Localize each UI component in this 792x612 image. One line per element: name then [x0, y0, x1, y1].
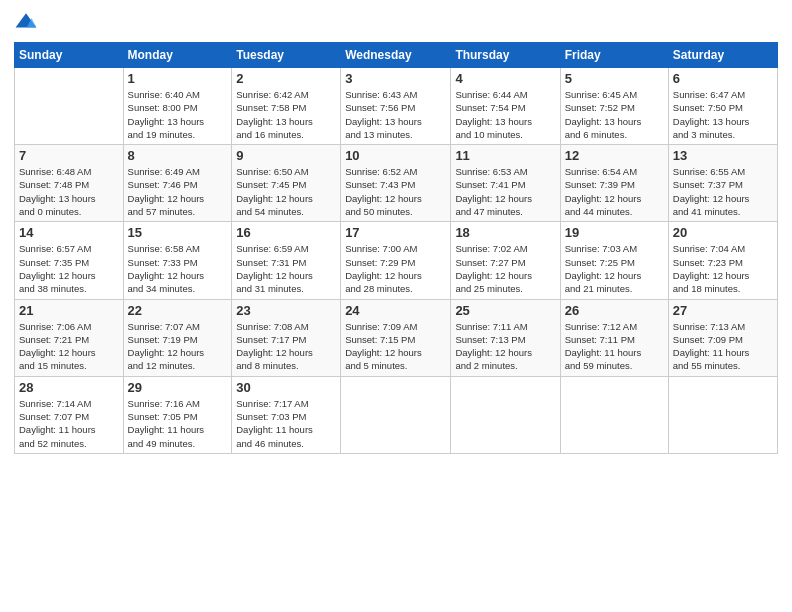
day-cell: 25Sunrise: 7:11 AM Sunset: 7:13 PM Dayli… — [451, 299, 560, 376]
day-number: 3 — [345, 71, 446, 86]
day-cell: 21Sunrise: 7:06 AM Sunset: 7:21 PM Dayli… — [15, 299, 124, 376]
day-cell: 20Sunrise: 7:04 AM Sunset: 7:23 PM Dayli… — [668, 222, 777, 299]
day-cell: 27Sunrise: 7:13 AM Sunset: 7:09 PM Dayli… — [668, 299, 777, 376]
day-number: 29 — [128, 380, 228, 395]
day-info: Sunrise: 7:09 AM Sunset: 7:15 PM Dayligh… — [345, 320, 446, 373]
day-info: Sunrise: 6:55 AM Sunset: 7:37 PM Dayligh… — [673, 165, 773, 218]
day-number: 10 — [345, 148, 446, 163]
weekday-header-wednesday: Wednesday — [341, 43, 451, 68]
day-info: Sunrise: 6:53 AM Sunset: 7:41 PM Dayligh… — [455, 165, 555, 218]
day-info: Sunrise: 6:47 AM Sunset: 7:50 PM Dayligh… — [673, 88, 773, 141]
day-cell: 4Sunrise: 6:44 AM Sunset: 7:54 PM Daylig… — [451, 68, 560, 145]
weekday-header-saturday: Saturday — [668, 43, 777, 68]
day-cell: 28Sunrise: 7:14 AM Sunset: 7:07 PM Dayli… — [15, 376, 124, 453]
day-number: 25 — [455, 303, 555, 318]
day-number: 1 — [128, 71, 228, 86]
day-number: 13 — [673, 148, 773, 163]
header — [14, 10, 778, 34]
day-cell: 24Sunrise: 7:09 AM Sunset: 7:15 PM Dayli… — [341, 299, 451, 376]
day-info: Sunrise: 6:57 AM Sunset: 7:35 PM Dayligh… — [19, 242, 119, 295]
day-cell — [560, 376, 668, 453]
day-cell: 19Sunrise: 7:03 AM Sunset: 7:25 PM Dayli… — [560, 222, 668, 299]
day-cell: 2Sunrise: 6:42 AM Sunset: 7:58 PM Daylig… — [232, 68, 341, 145]
day-cell: 30Sunrise: 7:17 AM Sunset: 7:03 PM Dayli… — [232, 376, 341, 453]
day-cell: 9Sunrise: 6:50 AM Sunset: 7:45 PM Daylig… — [232, 145, 341, 222]
day-cell: 7Sunrise: 6:48 AM Sunset: 7:48 PM Daylig… — [15, 145, 124, 222]
day-cell: 18Sunrise: 7:02 AM Sunset: 7:27 PM Dayli… — [451, 222, 560, 299]
day-number: 8 — [128, 148, 228, 163]
day-info: Sunrise: 6:54 AM Sunset: 7:39 PM Dayligh… — [565, 165, 664, 218]
day-info: Sunrise: 7:12 AM Sunset: 7:11 PM Dayligh… — [565, 320, 664, 373]
day-info: Sunrise: 6:52 AM Sunset: 7:43 PM Dayligh… — [345, 165, 446, 218]
day-cell: 22Sunrise: 7:07 AM Sunset: 7:19 PM Dayli… — [123, 299, 232, 376]
day-cell — [668, 376, 777, 453]
day-cell: 14Sunrise: 6:57 AM Sunset: 7:35 PM Dayli… — [15, 222, 124, 299]
day-info: Sunrise: 6:49 AM Sunset: 7:46 PM Dayligh… — [128, 165, 228, 218]
day-info: Sunrise: 6:44 AM Sunset: 7:54 PM Dayligh… — [455, 88, 555, 141]
day-info: Sunrise: 7:13 AM Sunset: 7:09 PM Dayligh… — [673, 320, 773, 373]
weekday-header-row: SundayMondayTuesdayWednesdayThursdayFrid… — [15, 43, 778, 68]
weekday-header-monday: Monday — [123, 43, 232, 68]
day-info: Sunrise: 7:07 AM Sunset: 7:19 PM Dayligh… — [128, 320, 228, 373]
day-cell: 15Sunrise: 6:58 AM Sunset: 7:33 PM Dayli… — [123, 222, 232, 299]
day-number: 15 — [128, 225, 228, 240]
day-number: 16 — [236, 225, 336, 240]
day-cell: 29Sunrise: 7:16 AM Sunset: 7:05 PM Dayli… — [123, 376, 232, 453]
day-number: 23 — [236, 303, 336, 318]
day-number: 5 — [565, 71, 664, 86]
day-number: 22 — [128, 303, 228, 318]
day-number: 14 — [19, 225, 119, 240]
day-info: Sunrise: 6:50 AM Sunset: 7:45 PM Dayligh… — [236, 165, 336, 218]
day-cell: 16Sunrise: 6:59 AM Sunset: 7:31 PM Dayli… — [232, 222, 341, 299]
day-info: Sunrise: 6:48 AM Sunset: 7:48 PM Dayligh… — [19, 165, 119, 218]
day-cell — [451, 376, 560, 453]
day-number: 27 — [673, 303, 773, 318]
week-row-2: 14Sunrise: 6:57 AM Sunset: 7:35 PM Dayli… — [15, 222, 778, 299]
day-info: Sunrise: 7:11 AM Sunset: 7:13 PM Dayligh… — [455, 320, 555, 373]
day-info: Sunrise: 6:43 AM Sunset: 7:56 PM Dayligh… — [345, 88, 446, 141]
calendar: SundayMondayTuesdayWednesdayThursdayFrid… — [14, 42, 778, 454]
day-cell: 6Sunrise: 6:47 AM Sunset: 7:50 PM Daylig… — [668, 68, 777, 145]
day-cell — [15, 68, 124, 145]
day-info: Sunrise: 7:14 AM Sunset: 7:07 PM Dayligh… — [19, 397, 119, 450]
weekday-header-sunday: Sunday — [15, 43, 124, 68]
day-number: 4 — [455, 71, 555, 86]
day-number: 24 — [345, 303, 446, 318]
day-number: 19 — [565, 225, 664, 240]
day-cell: 11Sunrise: 6:53 AM Sunset: 7:41 PM Dayli… — [451, 145, 560, 222]
weekday-header-tuesday: Tuesday — [232, 43, 341, 68]
day-info: Sunrise: 7:00 AM Sunset: 7:29 PM Dayligh… — [345, 242, 446, 295]
day-number: 6 — [673, 71, 773, 86]
week-row-4: 28Sunrise: 7:14 AM Sunset: 7:07 PM Dayli… — [15, 376, 778, 453]
day-info: Sunrise: 6:45 AM Sunset: 7:52 PM Dayligh… — [565, 88, 664, 141]
day-cell: 3Sunrise: 6:43 AM Sunset: 7:56 PM Daylig… — [341, 68, 451, 145]
day-number: 9 — [236, 148, 336, 163]
day-cell: 12Sunrise: 6:54 AM Sunset: 7:39 PM Dayli… — [560, 145, 668, 222]
day-number: 12 — [565, 148, 664, 163]
day-info: Sunrise: 6:58 AM Sunset: 7:33 PM Dayligh… — [128, 242, 228, 295]
day-number: 21 — [19, 303, 119, 318]
day-number: 30 — [236, 380, 336, 395]
day-number: 20 — [673, 225, 773, 240]
day-number: 26 — [565, 303, 664, 318]
day-info: Sunrise: 6:59 AM Sunset: 7:31 PM Dayligh… — [236, 242, 336, 295]
day-number: 2 — [236, 71, 336, 86]
day-info: Sunrise: 6:40 AM Sunset: 8:00 PM Dayligh… — [128, 88, 228, 141]
week-row-1: 7Sunrise: 6:48 AM Sunset: 7:48 PM Daylig… — [15, 145, 778, 222]
day-number: 7 — [19, 148, 119, 163]
day-number: 17 — [345, 225, 446, 240]
day-info: Sunrise: 6:42 AM Sunset: 7:58 PM Dayligh… — [236, 88, 336, 141]
day-info: Sunrise: 7:08 AM Sunset: 7:17 PM Dayligh… — [236, 320, 336, 373]
logo — [14, 10, 42, 34]
day-info: Sunrise: 7:03 AM Sunset: 7:25 PM Dayligh… — [565, 242, 664, 295]
day-info: Sunrise: 7:02 AM Sunset: 7:27 PM Dayligh… — [455, 242, 555, 295]
day-info: Sunrise: 7:06 AM Sunset: 7:21 PM Dayligh… — [19, 320, 119, 373]
day-cell: 17Sunrise: 7:00 AM Sunset: 7:29 PM Dayli… — [341, 222, 451, 299]
page: SundayMondayTuesdayWednesdayThursdayFrid… — [0, 0, 792, 612]
day-cell: 26Sunrise: 7:12 AM Sunset: 7:11 PM Dayli… — [560, 299, 668, 376]
week-row-0: 1Sunrise: 6:40 AM Sunset: 8:00 PM Daylig… — [15, 68, 778, 145]
day-cell: 23Sunrise: 7:08 AM Sunset: 7:17 PM Dayli… — [232, 299, 341, 376]
weekday-header-friday: Friday — [560, 43, 668, 68]
day-number: 11 — [455, 148, 555, 163]
day-info: Sunrise: 7:04 AM Sunset: 7:23 PM Dayligh… — [673, 242, 773, 295]
